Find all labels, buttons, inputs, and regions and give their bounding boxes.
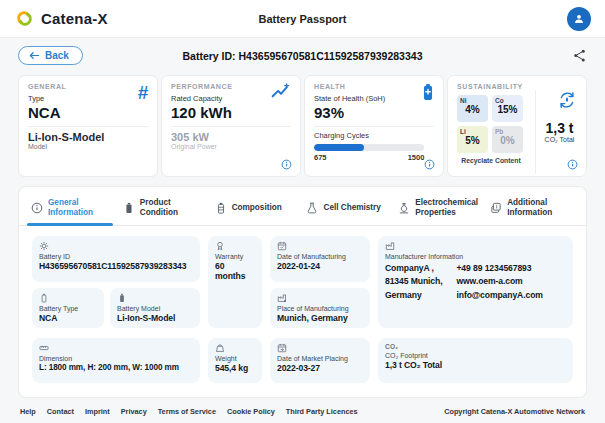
health-card: HEALTH State of Health (SoH) 93% Chargin… — [304, 75, 444, 177]
type-label: Type — [28, 94, 148, 103]
general-section-label: GENERAL — [28, 83, 148, 90]
summary-cards-row: GENERAL # Type NCA Li-Ion-S-Model Model … — [0, 73, 605, 177]
charging-cycles-bar — [314, 144, 424, 151]
footer-link-imprint[interactable]: Imprint — [85, 407, 110, 416]
footer-link-cookie-policy[interactable]: Cookie Policy — [227, 407, 275, 416]
manufacturer-address: CompanyA , 81345 Munich, Germany — [385, 262, 442, 302]
tab-cell-chemistry[interactable]: Cell Chemistry — [302, 187, 394, 225]
pages-info-icon — [490, 202, 502, 214]
model-label: Model — [28, 143, 148, 150]
share-button[interactable] — [572, 48, 587, 63]
soh-value: 93% — [314, 104, 434, 121]
field-place-of-manufacturing: Place of Manufacturing Munich, Germany — [270, 288, 370, 328]
passport-header-bar: Back Battery ID: H436595670581C115925879… — [0, 38, 605, 73]
footer: Help Contact Imprint Privacy Terms of Se… — [0, 398, 605, 423]
cycles-current: 675 — [314, 153, 327, 162]
field-date-of-manufacturing: Date of Manufacturing 2022-01-24 — [270, 236, 370, 282]
field-battery-id: Battery ID H436595670581C115925879392833… — [32, 236, 200, 282]
tab-composition[interactable]: Composition — [211, 187, 303, 225]
info-icon — [424, 159, 435, 170]
divider — [171, 126, 291, 127]
battery-outline-icon — [39, 293, 49, 303]
rated-capacity-value: 120 kWh — [171, 104, 291, 121]
recycle-icon — [557, 90, 577, 110]
original-power-label: Original Power — [171, 143, 291, 150]
field-weight: Weight 545,4 kg — [208, 338, 262, 383]
battery-filled-icon — [117, 293, 127, 303]
tab-product-condition[interactable]: Product Condition — [119, 187, 211, 225]
material-chip-co: Co 15% — [492, 95, 523, 122]
gear-icon — [39, 241, 49, 251]
info-icon — [567, 159, 578, 170]
calendar-check-icon — [277, 241, 287, 251]
calendar-arrow-icon — [277, 343, 287, 353]
material-grid: Ni 4% Co 15% Li 5% Pb 0% — [457, 95, 529, 153]
manufacturer-contact: +49 89 1234567893 www.oem-a.com info@com… — [456, 262, 542, 302]
charging-cycles-fill — [314, 144, 364, 151]
cycles-max: 1500 — [408, 153, 425, 162]
tab-electrochemical-properties[interactable]: Electrochemical Properties — [394, 187, 486, 225]
field-manufacturer-information: Manufacturer Information CompanyA , 8134… — [378, 236, 573, 328]
co2-total-value: 1,3 t — [545, 120, 573, 136]
recyclate-content-label: Recyclate Content — [457, 157, 525, 164]
share-icon — [572, 48, 587, 63]
user-icon — [572, 12, 586, 26]
hash-icon: # — [137, 83, 148, 102]
sustainability-info-button[interactable] — [567, 159, 578, 170]
footer-link-privacy[interactable]: Privacy — [121, 407, 147, 416]
electrochemical-icon — [398, 202, 410, 214]
field-dimension: Dimension L: 1800 mm, H: 200 mm, W: 1000… — [32, 338, 200, 383]
flask-icon — [306, 202, 318, 214]
award-icon — [215, 241, 225, 251]
field-battery-type: Battery Type NCA — [32, 288, 104, 328]
material-chip-li: Li 5% — [457, 126, 488, 153]
battery-type-value: NCA — [28, 104, 148, 121]
footer-link-help[interactable]: Help — [20, 407, 36, 416]
detail-panel: General Information Product Condition Co… — [18, 186, 587, 398]
co2-total-label: CO₂ Total — [545, 136, 575, 143]
field-date-of-market-placing: Date of Market Placing 2022-03-27 — [270, 338, 370, 383]
page-title: Battery Passport — [258, 13, 346, 25]
footer-link-contact[interactable]: Contact — [47, 407, 74, 416]
battery-model-value: Li-Ion-S-Model — [28, 131, 148, 143]
health-section-label: HEALTH — [314, 83, 434, 90]
original-power-value: 305 kW — [171, 131, 291, 143]
battery-charge-icon — [422, 83, 434, 102]
tab-bar: General Information Product Condition Co… — [19, 187, 586, 226]
co2-icon: CO₂ — [385, 343, 566, 350]
footer-copyright: Copyright Catena-X Automotive Network — [444, 407, 585, 416]
health-info-button[interactable] — [424, 159, 435, 170]
top-bar: Catena-X Battery Passport — [0, 0, 605, 38]
performance-info-button[interactable] — [281, 159, 292, 170]
sustainability-section-label: SUSTAINABILITY — [457, 83, 577, 90]
factory-icon — [385, 241, 395, 251]
material-chip-pb: Pb 0% — [492, 126, 523, 153]
tab-general-information[interactable]: General Information — [27, 187, 119, 225]
brand-logo[interactable]: Catena-X — [14, 8, 108, 29]
trending-chart-icon — [271, 83, 291, 100]
footer-link-terms[interactable]: Terms of Service — [158, 407, 216, 416]
field-battery-model: Battery Model Li-Ion-S-Model — [110, 288, 200, 328]
charging-cycles-label: Charging Cycles — [314, 131, 434, 140]
sustainability-card: SUSTAINABILITY Ni 4% Co 15% Li 5% — [447, 75, 587, 177]
info-icon — [281, 159, 292, 170]
weight-icon — [215, 343, 225, 353]
footer-link-third-party-licences[interactable]: Third Party Licences — [286, 407, 358, 416]
tab-additional-information[interactable]: Additional Information — [486, 187, 578, 225]
field-co2-footprint: CO₂ CO₂ Footprint 1,3 t CO₂ Total — [378, 338, 573, 383]
soh-label: State of Health (SoH) — [314, 94, 434, 103]
battery-id-heading: Battery ID: H436595670581C11592587939283… — [183, 50, 423, 62]
back-button[interactable]: Back — [18, 46, 83, 65]
performance-card: PERFORMANCE Rated Capacity 120 kWh 305 k… — [161, 75, 301, 177]
divider — [314, 126, 434, 127]
general-card: GENERAL # Type NCA Li-Ion-S-Model Model — [18, 75, 158, 177]
general-information-content: Battery ID H436595670581C115925879392833… — [19, 226, 586, 393]
catena-x-logo-icon — [14, 8, 35, 29]
ruler-icon — [39, 343, 49, 353]
battery-cells-icon — [215, 202, 227, 214]
user-account-button[interactable] — [567, 7, 591, 31]
divider — [28, 126, 148, 127]
info-icon — [31, 202, 43, 214]
back-arrow-icon — [29, 51, 40, 60]
battery-icon — [123, 202, 135, 214]
